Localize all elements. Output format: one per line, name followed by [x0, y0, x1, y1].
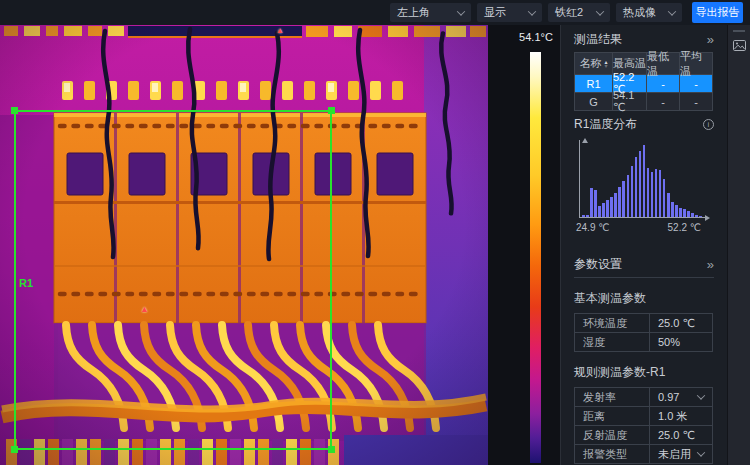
cell-name: G [575, 93, 612, 110]
humidity-field[interactable]: 50% [649, 333, 712, 351]
histogram-bar [631, 166, 634, 217]
histogram-bar [671, 202, 674, 217]
histogram-bar [655, 169, 658, 217]
roi-handle-bottom-right[interactable] [328, 446, 335, 453]
histogram-bar [618, 187, 621, 217]
ambient-temp-field[interactable]: 25.0 ℃ [649, 314, 712, 332]
display-dropdown-value: 显示 [484, 5, 506, 20]
histogram-bar [627, 175, 630, 217]
rule-params-table: 发射率 0.97 距离 1.0 米 反射温度 25.0 ℃ 报警类型 未启用 [574, 387, 713, 464]
thermal-analysis-app: 左上角 显示 铁红2 热成像 导出报告 [0, 0, 750, 465]
histogram-y-axis [579, 140, 580, 218]
histogram-bar [598, 206, 601, 217]
chevron-down-icon [697, 448, 705, 456]
histogram-bar [663, 179, 666, 217]
export-report-button[interactable]: 导出报告 [692, 2, 743, 23]
param-row-reflected-temp: 反射温度 25.0 ℃ [575, 425, 712, 444]
histogram-header: R1温度分布 i [574, 117, 714, 132]
histogram-bar [610, 197, 613, 217]
histogram-bar [602, 203, 605, 217]
histogram-bar [647, 168, 650, 217]
palette-dropdown-value: 铁红2 [555, 5, 583, 20]
histogram-bar [675, 205, 678, 217]
param-label: 环境温度 [575, 314, 649, 332]
histogram-bars [582, 145, 702, 217]
histogram-bar [635, 157, 638, 217]
settings-section-header: 参数设置 » [574, 257, 714, 272]
chevron-down-icon [457, 7, 465, 15]
results-table: 名称 ▴▾ 最高温 最低温 平均温 R1 52.2 ℃ - - G 54.1 ℃… [574, 52, 713, 111]
histogram-bar [695, 215, 698, 217]
histogram-bar [622, 181, 625, 217]
panel-grip-handle[interactable] [733, 30, 745, 32]
histogram-bar [643, 145, 646, 217]
results-section-header: 测温结果 » [574, 32, 714, 47]
histogram-x-axis [579, 217, 706, 218]
alarm-type-select[interactable]: 未启用 [649, 445, 712, 463]
histogram-bar [594, 190, 597, 217]
param-row-distance: 距离 1.0 米 [575, 406, 712, 425]
histogram-bar [659, 170, 662, 217]
histogram-bar [683, 209, 686, 217]
histogram-axis-labels: 24.9 ℃ 52.2 ℃ [576, 222, 701, 233]
temperature-histogram: 24.9 ℃ 52.2 ℃ [574, 136, 713, 231]
param-label: 距离 [575, 407, 649, 425]
right-tool-strip [727, 25, 750, 465]
histogram-bar [687, 211, 690, 217]
col-header-name[interactable]: 名称 ▴▾ [575, 53, 612, 74]
collapse-icon[interactable]: » [707, 32, 714, 47]
histogram-bar [699, 216, 702, 217]
image-gallery-icon[interactable] [733, 40, 746, 51]
histogram-bar [614, 193, 617, 217]
image-mode-dropdown[interactable]: 热成像 [616, 3, 682, 22]
roi-handle-top-left[interactable] [11, 107, 18, 114]
emissivity-select[interactable]: 0.97 [649, 388, 712, 406]
temperature-colorbar[interactable] [530, 52, 541, 463]
roi-max-temp-marker: ▲ [140, 305, 149, 314]
param-row-ambient: 环境温度 25.0 ℃ [575, 314, 712, 332]
cell-min: - [646, 75, 679, 92]
param-row-emissivity: 发射率 0.97 [575, 388, 712, 406]
palette-dropdown[interactable]: 铁红2 [548, 3, 610, 22]
histogram-x-arrow [705, 215, 710, 221]
cell-min: - [646, 93, 679, 110]
image-mode-dropdown-value: 热成像 [623, 5, 656, 20]
param-label: 报警类型 [575, 445, 649, 463]
histogram-bar [651, 172, 654, 217]
sort-icon[interactable]: ▴▾ [604, 60, 607, 68]
histogram-max-label: 52.2 ℃ [668, 222, 701, 233]
display-dropdown[interactable]: 显示 [477, 3, 542, 22]
chevron-down-icon [596, 7, 604, 15]
table-row-g[interactable]: G 54.1 ℃ - - [575, 92, 712, 110]
histogram-bar [590, 188, 593, 217]
divider [574, 277, 714, 278]
reflected-temp-field[interactable]: 25.0 ℃ [649, 426, 712, 444]
rule-params-title: 规则测温参数-R1 [574, 364, 714, 381]
collapse-icon[interactable]: » [707, 257, 714, 272]
info-icon[interactable]: i [703, 119, 714, 130]
thermal-viewer: ▲ R1 ▲ 54.1°C [0, 25, 560, 465]
roi-handle-top-right[interactable] [328, 107, 335, 114]
param-row-alarm-type: 报警类型 未启用 [575, 444, 712, 463]
cell-avg: - [679, 93, 712, 110]
cell-avg: - [679, 75, 712, 92]
param-label: 发射率 [575, 388, 649, 406]
histogram-bar [606, 200, 609, 217]
basic-params-table: 环境温度 25.0 ℃ 湿度 50% [574, 313, 713, 352]
cell-max: 54.1 ℃ [612, 93, 646, 110]
roi-handle-bottom-left[interactable] [11, 446, 18, 453]
roi-label: R1 [19, 277, 33, 289]
sidebar: 测温结果 » 名称 ▴▾ 最高温 最低温 平均温 R1 52.2 ℃ - - [560, 25, 727, 465]
histogram-bar [586, 215, 589, 217]
max-temp-marker: ▲ [276, 26, 284, 35]
histogram-bar [679, 208, 682, 217]
param-label: 反射温度 [575, 426, 649, 444]
distance-field[interactable]: 1.0 米 [649, 407, 712, 425]
histogram-bar [691, 213, 694, 217]
position-dropdown[interactable]: 左上角 [390, 3, 471, 22]
histogram-bar [667, 193, 670, 217]
chevron-down-icon [528, 7, 536, 15]
chevron-down-icon [668, 7, 676, 15]
roi-rectangle-r1[interactable]: R1 ▲ [14, 110, 332, 450]
cell-name: R1 [575, 75, 612, 92]
